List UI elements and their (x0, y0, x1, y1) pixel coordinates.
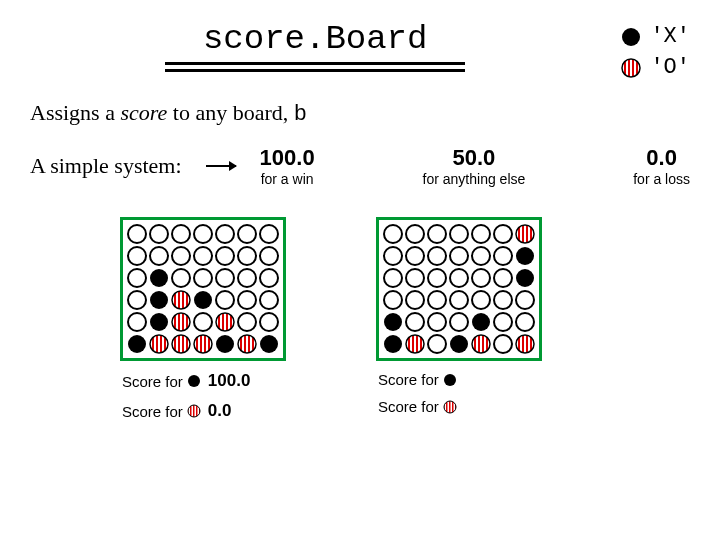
score-mid-note: for anything else (423, 171, 526, 187)
board-cell (404, 289, 426, 311)
svg-point-109 (472, 335, 490, 353)
board-cell (470, 289, 492, 311)
empty-circle-icon (236, 267, 258, 289)
svg-point-76 (450, 247, 468, 265)
board-cell (382, 223, 404, 245)
board-left-score-o: Score for 0.0 (122, 401, 250, 421)
score-mid-value: 50.0 (423, 145, 526, 171)
board-left-col: Score for 100.0 Score for 0.0 (120, 217, 286, 421)
board-row (126, 333, 280, 355)
empty-circle-icon (192, 267, 214, 289)
empty-circle-icon (470, 267, 492, 289)
svg-point-86 (516, 269, 534, 287)
board-cell (192, 245, 214, 267)
striped-circle-icon (470, 333, 492, 355)
board-cell (214, 333, 236, 355)
svg-point-0 (622, 28, 640, 46)
caption-value: 100.0 (208, 371, 251, 391)
score-win-note: for a win (260, 171, 315, 187)
svg-point-82 (428, 269, 446, 287)
svg-point-9 (238, 225, 256, 243)
board-cell (126, 333, 148, 355)
svg-point-51 (172, 335, 190, 353)
empty-circle-icon (126, 289, 148, 311)
striped-circle-icon (214, 311, 236, 333)
black-circle-icon (514, 245, 536, 267)
board-cell (514, 289, 536, 311)
svg-point-67 (450, 225, 468, 243)
subtitle-italic: score (120, 100, 167, 125)
svg-point-68 (472, 225, 490, 243)
empty-circle-icon (258, 311, 280, 333)
board-cell (448, 333, 470, 355)
svg-point-35 (150, 313, 168, 331)
empty-circle-icon (382, 289, 404, 311)
score-loss-value: 0.0 (633, 145, 690, 171)
empty-circle-icon (404, 223, 426, 245)
board-cell (448, 311, 470, 333)
empty-circle-icon (470, 223, 492, 245)
svg-point-113 (516, 335, 534, 353)
svg-point-18 (128, 269, 146, 287)
svg-point-66 (428, 225, 446, 243)
svg-point-106 (450, 335, 468, 353)
board-cell (148, 333, 170, 355)
board-cell (236, 245, 258, 267)
empty-circle-icon (426, 223, 448, 245)
empty-circle-icon (404, 311, 426, 333)
board-cell (448, 289, 470, 311)
black-circle-icon (448, 333, 470, 355)
empty-circle-icon (214, 289, 236, 311)
svg-point-33 (260, 291, 278, 309)
board-row (126, 289, 280, 311)
system-label: A simple system: (30, 153, 182, 179)
caption-label: Score for (122, 403, 183, 420)
board-cell (492, 333, 514, 355)
black-circle-icon (192, 289, 214, 311)
empty-circle-icon (448, 267, 470, 289)
subtitle: Assigns a score to any board, b (30, 100, 690, 127)
svg-point-59 (260, 335, 278, 353)
board-cell (426, 311, 448, 333)
board-cell (470, 245, 492, 267)
board-cell (148, 267, 170, 289)
board-cell (148, 289, 170, 311)
black-circle-icon (148, 311, 170, 333)
svg-point-94 (384, 313, 402, 331)
system-row: A simple system: 100.0 for a win 50.0 fo… (30, 145, 690, 187)
striped-circle-icon (236, 333, 258, 355)
svg-point-72 (516, 225, 534, 243)
empty-circle-icon (214, 245, 236, 267)
board-cell (382, 333, 404, 355)
caption-value: 0.0 (208, 401, 232, 421)
svg-point-95 (406, 313, 424, 331)
black-circle-icon (148, 267, 170, 289)
empty-circle-icon (492, 267, 514, 289)
empty-circle-icon (382, 267, 404, 289)
svg-point-45 (128, 335, 146, 353)
svg-point-78 (494, 247, 512, 265)
board-cell (170, 223, 192, 245)
board-row (126, 311, 280, 333)
svg-point-22 (216, 269, 234, 287)
svg-point-81 (406, 269, 424, 287)
svg-point-13 (172, 247, 190, 265)
board-cell (192, 311, 214, 333)
svg-point-97 (450, 313, 468, 331)
striped-circle-icon (170, 311, 192, 333)
board-cell (514, 333, 536, 355)
board-cell (148, 245, 170, 267)
empty-circle-icon (448, 245, 470, 267)
board-cell (148, 311, 170, 333)
board-cell (258, 223, 280, 245)
empty-circle-icon (236, 245, 258, 267)
black-circle-icon (443, 373, 457, 387)
svg-point-75 (428, 247, 446, 265)
empty-circle-icon (426, 311, 448, 333)
empty-circle-icon (126, 267, 148, 289)
board-cell (126, 245, 148, 267)
striped-circle-icon (514, 223, 536, 245)
title-underline (165, 62, 465, 67)
empty-circle-icon (258, 245, 280, 267)
svg-point-11 (128, 247, 146, 265)
